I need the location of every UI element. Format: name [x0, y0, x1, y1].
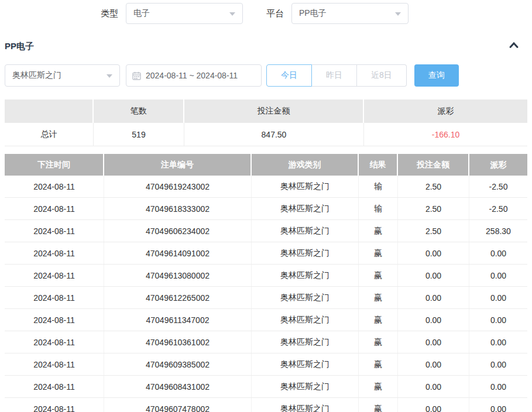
cell-bet-time: 2024-08-11: [5, 331, 104, 353]
cell-result: 赢: [359, 309, 398, 331]
cell-bet-amount: 2.50: [398, 220, 469, 242]
cell-result: 输: [359, 198, 398, 219]
table-row: 2024-08-1147049619243002奥林匹斯之门输2.50-2.50: [5, 176, 527, 198]
cell-game-type: 奥林匹斯之门: [252, 265, 359, 286]
chevron-down-icon: [107, 74, 112, 78]
cell-game-type: 奥林匹斯之门: [252, 198, 359, 219]
table-row: 2024-08-1147049614091002奥林匹斯之门赢0.000.00: [5, 242, 527, 265]
cell-result: 赢: [359, 242, 398, 264]
game-select-value: 奥林匹斯之门: [12, 70, 61, 81]
cell-bet-number: 47049607478002: [104, 398, 252, 412]
cell-result: 赢: [359, 376, 398, 397]
section-title: PP电子: [5, 41, 34, 52]
detail-table-header: 下注时间 注单编号 游戏类别 结果 投注金额 派彩: [5, 154, 527, 176]
summary-total-count: 519: [94, 123, 184, 146]
cell-bet-amount: 0.00: [398, 287, 469, 308]
detail-table-body: 2024-08-1147049619243002奥林匹斯之门输2.50-2.50…: [5, 176, 527, 412]
summary-header-payout: 派彩: [364, 99, 527, 123]
table-row: 2024-08-1147049606234002奥林匹斯之门赢2.50258.3…: [5, 220, 527, 242]
type-label: 类型: [101, 8, 118, 19]
cell-bet-time: 2024-08-11: [5, 242, 104, 264]
cell-bet-time: 2024-08-11: [5, 176, 104, 197]
summary-total-row: 总计 519 847.50 -166.10: [5, 123, 527, 146]
table-row: 2024-08-1147049618333002奥林匹斯之门输2.50-2.50: [5, 198, 527, 220]
cell-bet-amount: 2.50: [398, 176, 469, 197]
cell-payout: 0.00: [469, 398, 527, 412]
cell-game-type: 奥林匹斯之门: [252, 353, 359, 375]
table-row: 2024-08-1147049613080002奥林匹斯之门赢0.000.00: [5, 265, 527, 287]
range-button-0[interactable]: 今日: [266, 64, 312, 87]
summary-header-bet-amount: 投注金额: [184, 99, 364, 123]
cell-game-type: 奥林匹斯之门: [252, 398, 359, 412]
table-row: 2024-08-1147049608431002奥林匹斯之门赢0.000.00: [5, 376, 527, 398]
cell-bet-amount: 0.00: [398, 309, 469, 331]
date-range-value: 2024-08-11 ~ 2024-08-11: [146, 71, 238, 80]
cell-result: 输: [359, 176, 398, 197]
cell-bet-number: 47049613080002: [104, 265, 252, 286]
cell-result: 赢: [359, 265, 398, 286]
cell-bet-amount: 0.00: [398, 353, 469, 375]
section-header: PP电子: [5, 40, 527, 53]
cell-game-type: 奥林匹斯之门: [252, 331, 359, 353]
summary-total-label: 总计: [5, 123, 94, 146]
cell-bet-amount: 0.00: [398, 265, 469, 286]
summary-header-count: 笔数: [94, 99, 184, 123]
cell-payout: 0.00: [469, 376, 527, 397]
cell-game-type: 奥林匹斯之门: [252, 287, 359, 308]
platform-select[interactable]: PP电子: [291, 3, 409, 24]
table-row: 2024-08-1147049607478002奥林匹斯之门赢0.000.00: [5, 398, 527, 412]
range-button-2[interactable]: 近8日: [357, 64, 407, 87]
type-select-value: 电子: [133, 8, 150, 19]
header-bet-amount: 投注金额: [398, 154, 469, 176]
cell-bet-amount: 0.00: [398, 242, 469, 264]
cell-payout: 0.00: [469, 331, 527, 353]
cell-bet-time: 2024-08-11: [5, 376, 104, 397]
table-row: 2024-08-1147049609385002奥林匹斯之门赢0.000.00: [5, 353, 527, 376]
cell-payout: -2.50: [469, 198, 527, 219]
cell-result: 赢: [359, 353, 398, 375]
summary-header-blank: [5, 99, 94, 123]
summary-total-payout: -166.10: [364, 123, 527, 146]
query-button[interactable]: 查询: [414, 64, 459, 87]
detail-table: 下注时间 注单编号 游戏类别 结果 投注金额 派彩 2024-08-114704…: [5, 154, 527, 412]
header-bet-time: 下注时间: [5, 154, 104, 176]
cell-game-type: 奥林匹斯之门: [252, 309, 359, 331]
range-button-1[interactable]: 昨日: [312, 64, 357, 87]
cell-payout: 0.00: [469, 242, 527, 264]
cell-result: 赢: [359, 220, 398, 242]
cell-bet-time: 2024-08-11: [5, 353, 104, 375]
game-select[interactable]: 奥林匹斯之门: [5, 64, 120, 87]
cell-bet-time: 2024-08-11: [5, 220, 104, 242]
cell-bet-number: 47049618333002: [104, 198, 252, 219]
cell-game-type: 奥林匹斯之门: [252, 242, 359, 264]
cell-payout: 0.00: [469, 353, 527, 375]
cell-result: 赢: [359, 331, 398, 353]
platform-select-value: PP电子: [299, 8, 327, 19]
header-game-type: 游戏类别: [252, 154, 359, 176]
cell-payout: 0.00: [469, 265, 527, 286]
cell-game-type: 奥林匹斯之门: [252, 220, 359, 242]
cell-bet-amount: 0.00: [398, 398, 469, 412]
cell-result: 赢: [359, 287, 398, 308]
chevron-down-icon: [395, 12, 401, 16]
date-range-input[interactable]: 2024-08-11 ~ 2024-08-11: [126, 64, 262, 87]
header-payout: 派彩: [469, 154, 527, 176]
cell-game-type: 奥林匹斯之门: [252, 376, 359, 397]
cell-bet-time: 2024-08-11: [5, 198, 104, 219]
calendar-icon: [132, 71, 141, 80]
cell-payout: -2.50: [469, 176, 527, 197]
header-result: 结果: [359, 154, 398, 176]
table-row: 2024-08-1147049612265002奥林匹斯之门赢0.000.00: [5, 287, 527, 309]
cell-bet-number: 47049612265002: [104, 287, 252, 308]
cell-bet-number: 47049608431002: [104, 376, 252, 397]
collapse-section-button[interactable]: [507, 40, 527, 53]
cell-game-type: 奥林匹斯之门: [252, 176, 359, 197]
cell-bet-number: 47049611347002: [104, 309, 252, 331]
table-row: 2024-08-1147049610361002奥林匹斯之门赢0.000.00: [5, 331, 527, 353]
cell-bet-amount: 0.00: [398, 376, 469, 397]
query-controls: 奥林匹斯之门 2024-08-11 ~ 2024-08-11 今日昨日近8日 查…: [5, 64, 527, 87]
cell-bet-number: 47049606234002: [104, 220, 252, 242]
summary-table-header: 笔数 投注金额 派彩: [5, 99, 527, 123]
cell-bet-time: 2024-08-11: [5, 398, 104, 412]
type-select[interactable]: 电子: [126, 3, 243, 24]
